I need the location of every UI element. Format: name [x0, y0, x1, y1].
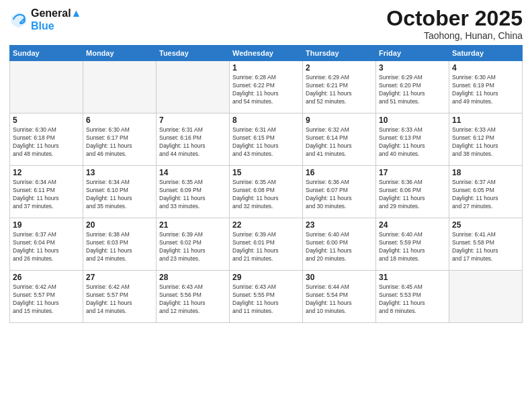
month-title: October 2025 — [386, 7, 523, 30]
header-thursday: Thursday — [303, 46, 376, 61]
day-info: Sunrise: 6:29 AM Sunset: 6:21 PM Dayligh… — [306, 74, 373, 106]
day-info: Sunrise: 6:42 AM Sunset: 5:57 PM Dayligh… — [13, 283, 80, 316]
day-info: Sunrise: 6:37 AM Sunset: 6:05 PM Dayligh… — [452, 179, 519, 211]
day-number: 13 — [86, 168, 153, 177]
day-number: 24 — [379, 220, 446, 230]
table-row: 12Sunrise: 6:34 AM Sunset: 6:11 PM Dayli… — [10, 166, 83, 218]
day-info: Sunrise: 6:45 AM Sunset: 5:53 PM Dayligh… — [379, 283, 446, 316]
day-info: Sunrise: 6:42 AM Sunset: 5:57 PM Dayligh… — [86, 283, 153, 316]
table-row: 6Sunrise: 6:30 AM Sunset: 6:17 PM Daylig… — [83, 113, 157, 166]
header-tuesday: Tuesday — [157, 46, 230, 61]
table-row: 1Sunrise: 6:28 AM Sunset: 6:22 PM Daylig… — [230, 61, 303, 113]
day-number: 25 — [452, 220, 519, 230]
day-info: Sunrise: 6:34 AM Sunset: 6:10 PM Dayligh… — [86, 179, 153, 211]
table-row: 10Sunrise: 6:33 AM Sunset: 6:13 PM Dayli… — [376, 113, 449, 166]
day-number: 10 — [379, 116, 446, 125]
table-row: 2Sunrise: 6:29 AM Sunset: 6:21 PM Daylig… — [303, 61, 376, 113]
table-row: 18Sunrise: 6:37 AM Sunset: 6:05 PM Dayli… — [449, 166, 523, 218]
day-number: 18 — [452, 168, 519, 177]
day-number: 2 — [306, 63, 373, 73]
day-info: Sunrise: 6:43 AM Sunset: 5:55 PM Dayligh… — [232, 283, 300, 316]
day-number: 23 — [306, 220, 373, 230]
weekday-header-row: Sunday Monday Tuesday Wednesday Thursday… — [10, 46, 523, 61]
day-number: 8 — [232, 116, 300, 125]
table-row: 30Sunrise: 6:44 AM Sunset: 5:54 PM Dayli… — [303, 271, 376, 323]
day-info: Sunrise: 6:38 AM Sunset: 6:03 PM Dayligh… — [86, 231, 153, 263]
table-row: 20Sunrise: 6:38 AM Sunset: 6:03 PM Dayli… — [83, 218, 157, 271]
calendar-week-row: 5Sunrise: 6:30 AM Sunset: 6:18 PM Daylig… — [10, 113, 523, 166]
table-row: 11Sunrise: 6:33 AM Sunset: 6:12 PM Dayli… — [449, 113, 523, 166]
day-info: Sunrise: 6:39 AM Sunset: 6:02 PM Dayligh… — [159, 231, 226, 263]
table-row — [157, 61, 230, 113]
header-wednesday: Wednesday — [230, 46, 303, 61]
table-row — [83, 61, 157, 113]
table-row: 15Sunrise: 6:35 AM Sunset: 6:08 PM Dayli… — [230, 166, 303, 218]
day-number: 21 — [159, 220, 226, 230]
table-row: 5Sunrise: 6:30 AM Sunset: 6:18 PM Daylig… — [10, 113, 83, 166]
day-number: 12 — [13, 168, 80, 177]
day-number: 11 — [452, 116, 519, 125]
day-number: 27 — [86, 273, 153, 282]
logo: General▲ Blue — [9, 7, 81, 32]
table-row: 19Sunrise: 6:37 AM Sunset: 6:04 PM Dayli… — [10, 218, 83, 271]
day-info: Sunrise: 6:31 AM Sunset: 6:15 PM Dayligh… — [232, 126, 300, 158]
table-row — [10, 61, 83, 113]
day-number: 9 — [306, 116, 373, 125]
calendar-week-row: 19Sunrise: 6:37 AM Sunset: 6:04 PM Dayli… — [10, 218, 523, 271]
day-number: 26 — [13, 273, 80, 282]
table-row: 26Sunrise: 6:42 AM Sunset: 5:57 PM Dayli… — [10, 271, 83, 323]
table-row: 28Sunrise: 6:43 AM Sunset: 5:56 PM Dayli… — [157, 271, 230, 323]
table-row: 22Sunrise: 6:39 AM Sunset: 6:01 PM Dayli… — [230, 218, 303, 271]
day-number: 5 — [13, 116, 80, 125]
calendar-week-row: 1Sunrise: 6:28 AM Sunset: 6:22 PM Daylig… — [10, 61, 523, 113]
table-row: 13Sunrise: 6:34 AM Sunset: 6:10 PM Dayli… — [83, 166, 157, 218]
logo-text: General▲ Blue — [31, 7, 81, 32]
day-number: 31 — [379, 273, 446, 282]
day-info: Sunrise: 6:35 AM Sunset: 6:08 PM Dayligh… — [232, 179, 300, 211]
day-info: Sunrise: 6:35 AM Sunset: 6:09 PM Dayligh… — [159, 179, 226, 211]
day-info: Sunrise: 6:37 AM Sunset: 6:04 PM Dayligh… — [13, 231, 80, 263]
day-number: 22 — [232, 220, 300, 230]
table-row — [449, 271, 523, 323]
table-row: 24Sunrise: 6:40 AM Sunset: 5:59 PM Dayli… — [376, 218, 449, 271]
day-info: Sunrise: 6:30 AM Sunset: 6:17 PM Dayligh… — [86, 126, 153, 158]
day-number: 19 — [13, 220, 80, 230]
day-info: Sunrise: 6:44 AM Sunset: 5:54 PM Dayligh… — [306, 283, 373, 316]
table-row: 14Sunrise: 6:35 AM Sunset: 6:09 PM Dayli… — [157, 166, 230, 218]
header-saturday: Saturday — [449, 46, 523, 61]
day-info: Sunrise: 6:31 AM Sunset: 6:16 PM Dayligh… — [159, 126, 226, 158]
table-row: 9Sunrise: 6:32 AM Sunset: 6:14 PM Daylig… — [303, 113, 376, 166]
day-number: 6 — [86, 116, 153, 125]
day-info: Sunrise: 6:34 AM Sunset: 6:11 PM Dayligh… — [13, 179, 80, 211]
header: General▲ Blue October 2025 Taohong, Huna… — [9, 7, 523, 41]
day-info: Sunrise: 6:43 AM Sunset: 5:56 PM Dayligh… — [159, 283, 226, 316]
day-info: Sunrise: 6:33 AM Sunset: 6:12 PM Dayligh… — [452, 126, 519, 158]
day-number: 7 — [159, 116, 226, 125]
day-info: Sunrise: 6:36 AM Sunset: 6:07 PM Dayligh… — [306, 179, 373, 211]
table-row: 7Sunrise: 6:31 AM Sunset: 6:16 PM Daylig… — [157, 113, 230, 166]
day-number: 1 — [232, 63, 300, 73]
calendar-week-row: 12Sunrise: 6:34 AM Sunset: 6:11 PM Dayli… — [10, 166, 523, 218]
header-friday: Friday — [376, 46, 449, 61]
logo-icon — [9, 10, 28, 29]
day-number: 29 — [232, 273, 300, 282]
day-info: Sunrise: 6:39 AM Sunset: 6:01 PM Dayligh… — [232, 231, 300, 263]
day-info: Sunrise: 6:40 AM Sunset: 6:00 PM Dayligh… — [306, 231, 373, 263]
table-row: 16Sunrise: 6:36 AM Sunset: 6:07 PM Dayli… — [303, 166, 376, 218]
day-info: Sunrise: 6:32 AM Sunset: 6:14 PM Dayligh… — [306, 126, 373, 158]
table-row: 17Sunrise: 6:36 AM Sunset: 6:06 PM Dayli… — [376, 166, 449, 218]
table-row: 31Sunrise: 6:45 AM Sunset: 5:53 PM Dayli… — [376, 271, 449, 323]
location: Taohong, Hunan, China — [386, 30, 523, 41]
day-info: Sunrise: 6:28 AM Sunset: 6:22 PM Dayligh… — [232, 74, 300, 106]
table-row: 4Sunrise: 6:30 AM Sunset: 6:19 PM Daylig… — [449, 61, 523, 113]
day-number: 20 — [86, 220, 153, 230]
day-info: Sunrise: 6:29 AM Sunset: 6:20 PM Dayligh… — [379, 74, 446, 106]
table-row: 23Sunrise: 6:40 AM Sunset: 6:00 PM Dayli… — [303, 218, 376, 271]
table-row: 25Sunrise: 6:41 AM Sunset: 5:58 PM Dayli… — [449, 218, 523, 271]
calendar-table: Sunday Monday Tuesday Wednesday Thursday… — [9, 45, 523, 323]
calendar-week-row: 26Sunrise: 6:42 AM Sunset: 5:57 PM Dayli… — [10, 271, 523, 323]
table-row: 8Sunrise: 6:31 AM Sunset: 6:15 PM Daylig… — [230, 113, 303, 166]
day-info: Sunrise: 6:36 AM Sunset: 6:06 PM Dayligh… — [379, 179, 446, 211]
page: General▲ Blue October 2025 Taohong, Huna… — [0, 0, 532, 411]
day-number: 14 — [159, 168, 226, 177]
